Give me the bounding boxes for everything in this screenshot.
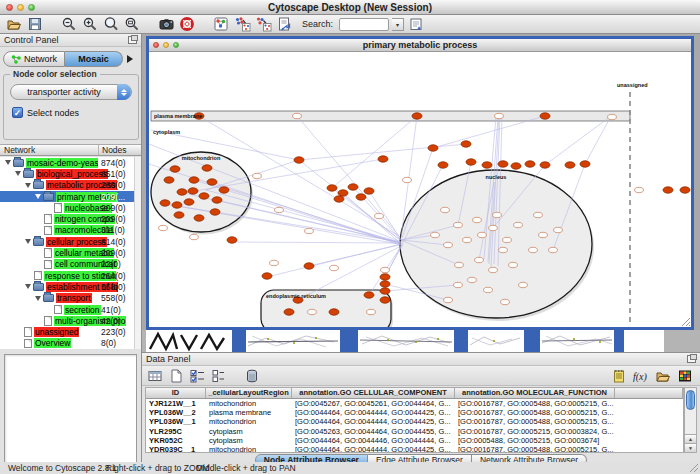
graph-node[interactable] <box>403 177 412 182</box>
graph-node[interactable] <box>493 212 502 217</box>
graph-node[interactable] <box>444 297 453 302</box>
graph-node[interactable] <box>503 237 512 242</box>
network-tree-row[interactable]: primary metabo209(... <box>0 191 141 202</box>
graph-node[interactable] <box>190 234 199 239</box>
graph-node[interactable] <box>540 113 550 119</box>
graph-node[interactable] <box>304 263 314 269</box>
select-nodes-checkbox[interactable]: ✓ <box>12 107 23 118</box>
graph-node[interactable] <box>554 227 563 232</box>
graph-node[interactable] <box>330 265 339 270</box>
delete-attribute-icon[interactable] <box>243 367 261 384</box>
graph-node[interactable] <box>174 212 184 218</box>
expand-toggle-icon[interactable] <box>15 171 21 176</box>
graph-node[interactable] <box>444 242 453 247</box>
network-tree-row[interactable]: multi-organism pro42(0) <box>0 315 141 326</box>
table-row[interactable]: YKR052Ccytoplasm[GO:0044464, GO:0044446,… <box>146 436 683 445</box>
network-tree-row[interactable]: cellular process614(0) <box>0 236 141 247</box>
column-network[interactable]: Network <box>0 145 99 155</box>
import-attributes-icon[interactable] <box>654 368 672 385</box>
graph-node[interactable] <box>160 200 170 206</box>
graph-node[interactable] <box>172 202 182 208</box>
graph-node[interactable] <box>334 196 344 202</box>
zoom-in-icon[interactable] <box>81 16 99 33</box>
function-builder-icon[interactable]: f(x) <box>632 368 650 385</box>
graph-node[interactable] <box>219 187 229 193</box>
graph-node[interactable] <box>519 282 528 287</box>
graph-node[interactable] <box>509 262 518 267</box>
network-window-titlebar[interactable]: primary metabolic process <box>149 39 691 52</box>
graph-node[interactable] <box>463 237 472 242</box>
expand-toggle-icon[interactable] <box>25 239 31 244</box>
graph-node[interactable] <box>663 187 673 193</box>
graph-node[interactable] <box>367 309 376 314</box>
tab-network[interactable]: Network <box>3 51 65 67</box>
scroll-up-button[interactable]: ▲ <box>685 434 696 443</box>
graph-node[interactable] <box>489 225 498 230</box>
window-resize-grip[interactable] <box>681 317 691 327</box>
graph-node[interactable] <box>212 197 222 203</box>
tab-overflow-arrow-icon[interactable] <box>127 55 133 63</box>
graph-node[interactable] <box>194 215 204 221</box>
graph-node[interactable] <box>380 297 390 303</box>
graph-node[interactable] <box>482 162 492 168</box>
table-row[interactable]: YPL036W__2plasma membrane[GO:0044464, GO… <box>146 408 683 417</box>
zoom-selected-icon[interactable] <box>102 16 120 33</box>
color-matrix-icon[interactable] <box>676 368 694 385</box>
network-tree-row[interactable]: nucleobase-209(0) <box>0 202 141 213</box>
network-tree-row[interactable]: Overview8(0) <box>0 338 141 349</box>
table-row[interactable]: YPL036W__1mitochondrion[GO:0044464, GO:0… <box>146 417 683 426</box>
graph-node[interactable] <box>525 161 535 167</box>
table-header-cell[interactable]: annotation.GO MOLECULAR_FUNCTION <box>455 388 615 398</box>
graph-node[interactable] <box>455 262 464 267</box>
network-tree-row[interactable]: cellular metabo209(0) <box>0 247 141 258</box>
table-header-cell[interactable]: ID <box>146 388 206 398</box>
scrollbar-thumb[interactable] <box>686 390 695 410</box>
graph-node[interactable] <box>207 179 217 185</box>
save-session-icon[interactable] <box>26 16 44 33</box>
import-network-icon[interactable] <box>275 16 293 33</box>
graph-node[interactable] <box>438 162 448 168</box>
network-tree-row[interactable]: macromolecule311(0) <box>0 225 141 236</box>
graph-node[interactable] <box>293 113 302 118</box>
graph-node[interactable] <box>170 166 180 172</box>
table-row[interactable]: YLR295Ccytoplasm[GO:0045263, GO:0044464,… <box>146 427 683 436</box>
graph-node[interactable] <box>635 187 644 192</box>
network-tree-row[interactable]: metabolic process280(0) <box>0 180 141 191</box>
expand-toggle-icon[interactable] <box>5 160 11 165</box>
graph-node[interactable] <box>478 232 487 237</box>
graph-node[interactable] <box>412 113 422 119</box>
graph-node[interactable] <box>177 189 187 195</box>
zoom-fit-icon[interactable] <box>123 16 141 33</box>
network-tree-row[interactable]: transport558(0) <box>0 293 141 304</box>
graph-node[interactable] <box>380 274 390 280</box>
network-tree-row[interactable]: establishment of lo558(0) <box>0 281 141 292</box>
float-panel-icon[interactable] <box>128 36 137 44</box>
graph-node[interactable] <box>468 277 477 282</box>
scroll-down-button[interactable]: ▼ <box>685 443 696 452</box>
graph-node[interactable] <box>338 190 348 196</box>
graph-node[interactable] <box>511 163 521 169</box>
unselect-attributes-icon[interactable] <box>209 367 227 384</box>
expand-toggle-icon[interactable] <box>25 284 31 289</box>
expand-toggle-icon[interactable] <box>25 183 31 188</box>
table-scrollbar[interactable]: ▲ ▼ <box>684 387 697 453</box>
graph-node[interactable] <box>454 222 463 227</box>
background-windows[interactable] <box>142 330 700 352</box>
tree-scrollbar[interactable] <box>134 157 141 349</box>
graph-node[interactable] <box>534 212 543 217</box>
table-header-cell[interactable]: annotation.GO CELLULAR_COMPONENT <box>292 388 455 398</box>
search-dropdown-arrow[interactable]: ▾ <box>392 18 404 31</box>
expand-toggle-icon[interactable] <box>35 194 41 199</box>
graph-node[interactable] <box>461 141 471 147</box>
float-data-panel-icon[interactable] <box>687 355 696 363</box>
select-attributes-icon[interactable] <box>188 367 206 384</box>
app-resize-grip[interactable] <box>689 463 699 473</box>
graph-node[interactable] <box>262 273 272 279</box>
table-row[interactable]: YJR121W__1mitochondrion[GO:0045267, GO:0… <box>146 399 683 408</box>
graph-node[interactable] <box>270 260 279 265</box>
open-file-icon[interactable] <box>5 16 23 33</box>
graph-node[interactable] <box>329 309 339 315</box>
graph-node[interactable] <box>253 173 262 178</box>
graph-node[interactable] <box>428 145 438 151</box>
graph-node[interactable] <box>364 188 374 194</box>
